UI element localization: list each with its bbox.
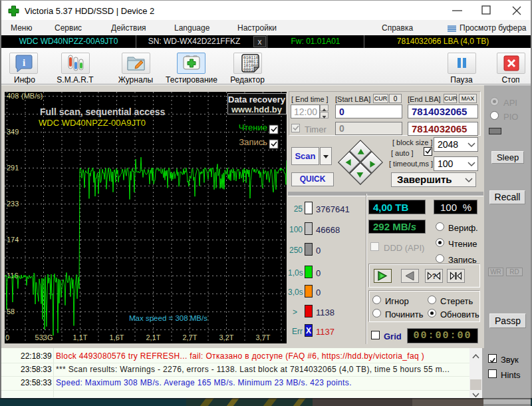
svg-text:2,1T: 2,1T	[146, 333, 160, 341]
svg-text:www.hdd.by: www.hdd.by	[231, 104, 283, 114]
svg-text:Max speed = 308 MB/s: Max speed = 308 MB/s	[129, 314, 207, 322]
svg-text:1,1T: 1,1T	[72, 333, 87, 341]
svg-text:Data recovery: Data recovery	[228, 95, 286, 104]
svg-text:233: 233	[7, 200, 19, 208]
svg-text:Full scan, sequential access: Full scan, sequential access	[40, 106, 166, 117]
svg-text:Запись: Запись	[239, 137, 267, 147]
svg-text:WDC WD40NPZZ-00A9JT0: WDC WD40NPZZ-00A9JT0	[39, 118, 146, 128]
svg-text:174: 174	[7, 236, 19, 244]
svg-text:0: 0	[5, 333, 9, 341]
svg-text:1,6T: 1,6T	[109, 333, 124, 341]
svg-text:i: i	[23, 57, 25, 68]
svg-text:3,2T: 3,2T	[219, 333, 233, 341]
svg-text:408: 408	[7, 92, 19, 100]
svg-text:Чтение: Чтение	[239, 122, 267, 132]
svg-text:533G: 533G	[35, 333, 53, 341]
svg-text:291: 291	[7, 164, 19, 172]
svg-text:349: 349	[7, 128, 19, 136]
svg-text:?: ?	[432, 272, 437, 280]
svg-text:2,7T: 2,7T	[182, 333, 197, 341]
svg-text:3,7T: 3,7T	[255, 333, 270, 341]
svg-text:58: 58	[7, 307, 15, 315]
svg-text:(MB/s): (MB/s)	[21, 92, 43, 100]
svg-text:0001: 0001	[243, 68, 253, 73]
